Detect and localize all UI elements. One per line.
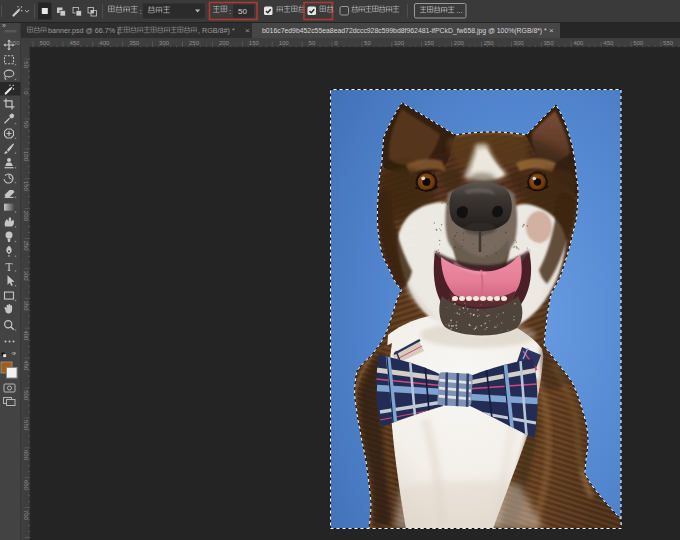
svg-text:100: 100: [23, 151, 29, 162]
svg-text:300: 300: [159, 40, 170, 46]
svg-text:150: 150: [249, 40, 260, 46]
svg-text:T: T: [5, 261, 12, 273]
svg-text:550: 550: [23, 420, 29, 431]
svg-text:50: 50: [309, 40, 316, 46]
svg-text:400: 400: [573, 40, 584, 46]
svg-text:350: 350: [23, 301, 29, 312]
svg-text:300: 300: [23, 271, 29, 282]
svg-text:450: 450: [69, 40, 80, 46]
svg-text:600: 600: [23, 450, 29, 461]
svg-text:400: 400: [99, 40, 110, 46]
svg-text:, RGB/8#) *: , RGB/8#) *: [198, 26, 235, 35]
svg-text:700: 700: [23, 510, 29, 521]
svg-text:200: 200: [23, 211, 29, 222]
svg-text:500: 500: [23, 390, 29, 401]
svg-text:50: 50: [364, 40, 371, 46]
svg-text:150: 150: [23, 181, 29, 192]
svg-text:50: 50: [23, 121, 29, 128]
svg-text:»: »: [2, 22, 6, 29]
svg-text:500: 500: [633, 40, 644, 46]
svg-text:650: 650: [23, 480, 29, 491]
svg-text:250: 250: [484, 40, 495, 46]
svg-text:200: 200: [219, 40, 230, 46]
svg-text:×: ×: [549, 26, 554, 35]
svg-text:400: 400: [23, 330, 29, 341]
svg-text:50: 50: [238, 7, 247, 16]
svg-text:200: 200: [454, 40, 465, 46]
svg-text:500: 500: [40, 40, 51, 46]
svg-text:350: 350: [544, 40, 555, 46]
svg-text:550: 550: [663, 40, 674, 46]
svg-text:100: 100: [394, 40, 405, 46]
svg-text:...: ...: [457, 6, 463, 15]
svg-text::: :: [140, 7, 142, 16]
svg-text:b016c7ed9b452c55ea8ead72dccc92: b016c7ed9b452c55ea8ead72dccc928c599bd8f9…: [262, 27, 547, 35]
svg-text:250: 250: [189, 40, 200, 46]
svg-text:50: 50: [23, 61, 29, 68]
svg-text:banner.psd @ 66.7% (: banner.psd @ 66.7% (: [48, 26, 120, 35]
svg-text:550: 550: [10, 40, 21, 46]
svg-text::: :: [229, 7, 231, 16]
svg-text:×: ×: [245, 26, 250, 35]
svg-text:300: 300: [514, 40, 525, 46]
svg-text:450: 450: [603, 40, 614, 46]
svg-text:150: 150: [424, 40, 435, 46]
svg-text:100: 100: [279, 40, 290, 46]
svg-text:450: 450: [23, 360, 29, 371]
svg-text:250: 250: [23, 241, 29, 252]
svg-text:350: 350: [129, 40, 140, 46]
